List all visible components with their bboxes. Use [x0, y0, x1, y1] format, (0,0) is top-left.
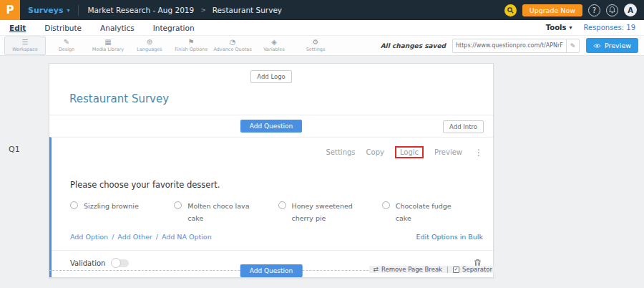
link-separator: / [112, 233, 114, 241]
media-library-icon: ▦ [104, 39, 111, 46]
option-label: Chocolate fudge cake [396, 201, 467, 224]
separator-label: Separator [462, 266, 492, 273]
variables-icon: ◈ [271, 39, 277, 46]
tab-integration[interactable]: Integration [144, 24, 204, 32]
breadcrumb-folder[interactable]: Market Research - Aug 2019 [88, 6, 195, 14]
add-other-link[interactable]: Add Other [117, 233, 152, 241]
remove-page-break-link[interactable]: ⇄ Remove Page Break [374, 266, 443, 273]
intro-row: Add Question Add Intro [49, 115, 493, 137]
preview-button-label: Preview [605, 42, 631, 49]
add-na-option-link[interactable]: Add NA Option [162, 233, 212, 241]
toolbar-item-label: Finish Options [175, 47, 208, 52]
link-separator: / [156, 233, 158, 241]
toolbar-item-languages[interactable]: ⊕ Languages [129, 37, 170, 55]
add-question-button-bottom[interactable]: Add Question [240, 264, 303, 277]
search-icon [507, 7, 514, 14]
radio-button[interactable] [382, 201, 390, 209]
breadcrumb-survey[interactable]: Restaurant Survey [213, 6, 282, 14]
question-logic-link[interactable]: Logic [395, 146, 424, 158]
chevron-down-icon: ▾ [569, 24, 572, 31]
logo-row: Add Logo [49, 64, 493, 83]
toolbar-item-media-library[interactable]: ▦ Media Library [87, 37, 129, 55]
radio-button[interactable] [278, 201, 286, 209]
advance-quotas-icon: ◔ [230, 39, 236, 46]
survey-title[interactable]: Restaurant Survey [49, 83, 493, 115]
toolbar-item-label: Advance Quotas [213, 47, 251, 52]
edit-url-button[interactable]: ✎ [566, 39, 579, 52]
answer-option[interactable]: Sizzling brownie [70, 201, 174, 224]
question-text[interactable]: Please choose your favorite dessert. [52, 158, 493, 190]
languages-icon: ⊕ [147, 39, 152, 46]
radio-button[interactable] [174, 201, 182, 209]
toolbar-item-label: Workspace [12, 47, 38, 52]
toolbar-item-advance-quotas[interactable]: ◔ Advance Quotas [212, 37, 253, 55]
responses-link[interactable]: Responses: 19 [583, 24, 635, 32]
finish-options-icon: ⚑ [188, 39, 195, 46]
editor-toolbar: ☰ Workspace ✎ Design ▦ Media Library ⊕ L… [0, 35, 644, 56]
search-button[interactable] [504, 4, 517, 16]
remove-page-break-label: Remove Page Break [381, 266, 442, 273]
question-number-label: Q1 [9, 145, 20, 154]
page-break-row: Add Question ⇄ Remove Page Break ✓ Separ… [49, 264, 494, 276]
answer-option[interactable]: Chocolate fudge cake [382, 201, 486, 224]
tools-menu[interactable]: Tools ▾ [546, 24, 572, 32]
survey-url-input[interactable] [453, 42, 566, 49]
surveys-menu-label: Surveys [28, 6, 64, 15]
separator-toggle[interactable]: ✓ Separator [453, 266, 492, 273]
question-copy-link[interactable]: Copy [366, 148, 384, 156]
upgrade-now-button[interactable]: Upgrade Now [522, 4, 582, 16]
user-avatar[interactable]: A [624, 4, 637, 16]
divider [78, 5, 79, 16]
tab-distribute[interactable]: Distribute [35, 24, 91, 32]
add-intro-button[interactable]: Add Intro [443, 120, 484, 133]
preview-button[interactable]: Preview [586, 38, 638, 53]
notifications-button[interactable] [606, 4, 618, 16]
top-navigation-bar: P Surveys ▾ Market Research - Aug 2019 >… [0, 0, 644, 20]
surveys-menu[interactable]: Surveys ▾ [28, 6, 70, 15]
answer-options: Sizzling brownie Molten choco lava cake … [52, 190, 493, 224]
radio-button[interactable] [70, 201, 78, 209]
separator-checkbox[interactable]: ✓ [453, 267, 459, 273]
add-logo-button[interactable]: Add Logo [250, 70, 292, 83]
question-preview-link[interactable]: Preview [434, 148, 462, 156]
more-options-icon[interactable]: ⋮ [474, 148, 483, 158]
chevron-down-icon: ▾ [67, 7, 70, 14]
edit-options-in-bulk-link[interactable]: Edit Options in Bulk [416, 233, 483, 241]
tools-label: Tools [546, 24, 567, 32]
tab-edit[interactable]: Edit [0, 24, 35, 32]
option-label: Honey sweetened cherry pie [292, 201, 364, 224]
remove-page-break-icon: ⇄ [374, 266, 379, 273]
breadcrumb-separator: > [200, 6, 206, 14]
question-actions: Settings Copy Logic Preview ⋮ [52, 138, 493, 158]
toolbar-item-settings[interactable]: ⚙ Settings [295, 37, 336, 55]
toolbar-item-label: Settings [306, 47, 326, 52]
design-icon: ✎ [64, 39, 69, 46]
option-links-row: Add Option / Add Other / Add NA Option E… [52, 224, 493, 250]
toolbar-item-variables[interactable]: ◈ Variables [253, 37, 295, 55]
add-question-button[interactable]: Add Question [240, 120, 303, 133]
toolbar-item-label: Design [59, 47, 74, 52]
questionpro-survey-editor: P Surveys ▾ Market Research - Aug 2019 >… [0, 0, 644, 288]
toolbar-item-label: Variables [263, 47, 285, 52]
bell-icon [609, 6, 615, 14]
workspace-icon: ☰ [22, 39, 29, 46]
option-label: Molten choco lava cake [187, 201, 259, 224]
answer-option[interactable]: Molten choco lava cake [174, 201, 278, 224]
add-option-link[interactable]: Add Option [70, 233, 108, 241]
toolbar-item-label: Media Library [92, 47, 124, 52]
question-block: Settings Copy Logic Preview ⋮ Please cho… [49, 137, 493, 277]
toolbar-right: All changes saved ✎ Preview [381, 38, 644, 53]
questionpro-logo[interactable]: P [0, 0, 20, 20]
toolbar-item-design[interactable]: ✎ Design [46, 37, 87, 55]
toolbar-item-workspace[interactable]: ☰ Workspace [4, 37, 46, 55]
pencil-icon: ✎ [570, 42, 576, 49]
tab-analytics[interactable]: Analytics [91, 24, 144, 32]
main-menu-bar: Edit Distribute Analytics Integration To… [0, 20, 644, 35]
survey-url-box: ✎ [452, 39, 580, 53]
option-links: Add Option / Add Other / Add NA Option [70, 233, 212, 241]
answer-option[interactable]: Honey sweetened cherry pie [278, 201, 382, 224]
toolbar-item-finish-options[interactable]: ⚑ Finish Options [170, 37, 212, 55]
question-settings-link[interactable]: Settings [326, 148, 356, 156]
help-button[interactable]: ? [588, 4, 600, 16]
help-icon: ? [592, 6, 596, 14]
